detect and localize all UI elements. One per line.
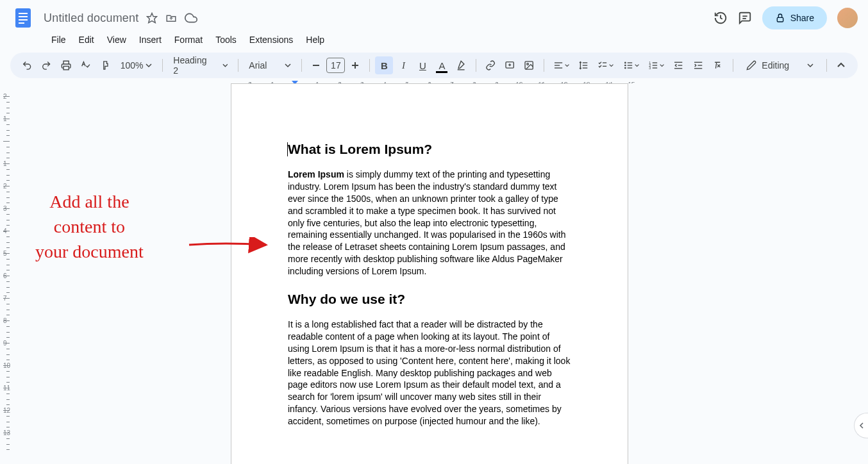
move-icon[interactable] (165, 12, 177, 24)
chevron-down-icon (807, 62, 814, 69)
svg-rect-9 (63, 66, 69, 69)
print-button[interactable] (57, 56, 75, 74)
svg-rect-0 (15, 8, 31, 28)
svg-rect-1 (19, 13, 28, 14)
header-right: Share (714, 6, 858, 29)
chevron-left-icon (858, 422, 865, 429)
decrease-font-button[interactable] (307, 56, 325, 74)
heading-2[interactable]: Why do we use it? (288, 292, 571, 307)
separator (238, 59, 238, 72)
menu-help[interactable]: Help (301, 32, 330, 47)
title-icons (146, 12, 197, 24)
svg-point-29 (624, 65, 625, 65)
checklist-button[interactable] (594, 56, 617, 74)
undo-button[interactable] (18, 56, 36, 74)
menu-format[interactable]: Format (169, 32, 208, 47)
increase-font-button[interactable] (346, 56, 364, 74)
svg-rect-8 (777, 17, 783, 22)
increase-indent-button[interactable] (689, 56, 707, 74)
editing-mode-dropdown[interactable]: Editing (739, 56, 821, 74)
zoom-dropdown[interactable]: 100% (115, 58, 158, 73)
insert-link-button[interactable] (481, 56, 499, 74)
insert-comment-button[interactable] (501, 56, 519, 74)
document-canvas[interactable]: What is Lorem Ipsum? Lorem Ipsum is simp… (13, 83, 868, 464)
menu-file[interactable]: File (46, 32, 71, 47)
bulleted-list-button[interactable] (619, 56, 643, 74)
pencil-icon (746, 60, 756, 70)
chevron-down-icon (222, 62, 228, 69)
decrease-indent-button[interactable] (669, 56, 687, 74)
menu-edit[interactable]: Edit (74, 32, 99, 47)
font-dropdown[interactable]: Arial (244, 58, 296, 73)
paint-format-button[interactable] (96, 56, 113, 74)
font-size-input[interactable]: 17 (326, 58, 345, 73)
header-top: Untitled document Share (10, 5, 858, 31)
insert-image-button[interactable] (520, 56, 538, 74)
align-button[interactable] (549, 56, 573, 74)
chevron-down-icon (285, 62, 291, 69)
history-icon[interactable] (714, 11, 728, 25)
star-icon[interactable] (146, 12, 158, 24)
style-dropdown[interactable]: Heading 2 (168, 53, 233, 78)
numbered-list-button[interactable]: 123 (644, 56, 668, 74)
spellcheck-button[interactable] (76, 56, 94, 74)
separator (369, 59, 370, 72)
document-page[interactable]: What is Lorem Ipsum? Lorem Ipsum is simp… (231, 83, 628, 464)
toolbar: 100% Heading 2 Arial 17 B I U A 123 Edit… (10, 53, 858, 78)
cloud-icon[interactable] (185, 12, 197, 24)
separator (826, 59, 827, 72)
separator (544, 59, 544, 72)
svg-rect-4 (19, 22, 24, 24)
heading-1[interactable]: What is Lorem Ipsum? (288, 142, 571, 157)
share-button[interactable]: Share (762, 6, 827, 29)
highlight-button[interactable] (452, 56, 470, 74)
separator (733, 59, 733, 72)
lock-icon (775, 13, 785, 23)
menu-tools[interactable]: Tools (210, 32, 242, 47)
svg-point-31 (624, 67, 625, 68)
menu-bar: File Edit View Insert Format Tools Exten… (10, 31, 858, 53)
menu-insert[interactable]: Insert (134, 32, 167, 47)
menu-extensions[interactable]: Extensions (244, 32, 298, 47)
document-title[interactable]: Untitled document (44, 12, 138, 25)
vertical-ruler[interactable]: 2112345678910111213 (1, 77, 12, 464)
collapse-toolbar-button[interactable] (832, 56, 850, 74)
separator (301, 59, 302, 72)
svg-point-18 (527, 63, 529, 65)
svg-rect-3 (19, 19, 28, 21)
menu-view[interactable]: View (102, 32, 131, 47)
underline-button[interactable]: U (413, 56, 431, 74)
paragraph-2[interactable]: It is a long established fact that a rea… (288, 319, 571, 427)
share-label: Share (790, 13, 814, 23)
avatar[interactable] (837, 8, 858, 28)
text-color-button[interactable]: A (433, 56, 451, 74)
separator (162, 59, 163, 72)
annotation-text: Add all the content to your document (35, 189, 144, 265)
comment-icon[interactable] (738, 11, 752, 25)
clear-format-button[interactable] (708, 56, 726, 74)
bold-button[interactable]: B (375, 56, 393, 74)
docs-logo[interactable] (10, 5, 36, 31)
chevron-down-icon (146, 62, 152, 69)
separator (476, 59, 476, 72)
paragraph-1[interactable]: Lorem Ipsum is simply dummy text of the … (288, 169, 571, 278)
svg-point-27 (624, 62, 625, 63)
header: Untitled document Share File Edit View I… (0, 0, 868, 53)
svg-text:3: 3 (649, 66, 651, 70)
annotation-arrow (186, 237, 276, 256)
line-spacing-button[interactable] (574, 56, 592, 74)
title-area: Untitled document (44, 12, 706, 25)
italic-button[interactable]: I (394, 56, 412, 74)
svg-marker-5 (147, 13, 157, 23)
svg-rect-2 (19, 16, 28, 17)
redo-button[interactable] (37, 56, 55, 74)
